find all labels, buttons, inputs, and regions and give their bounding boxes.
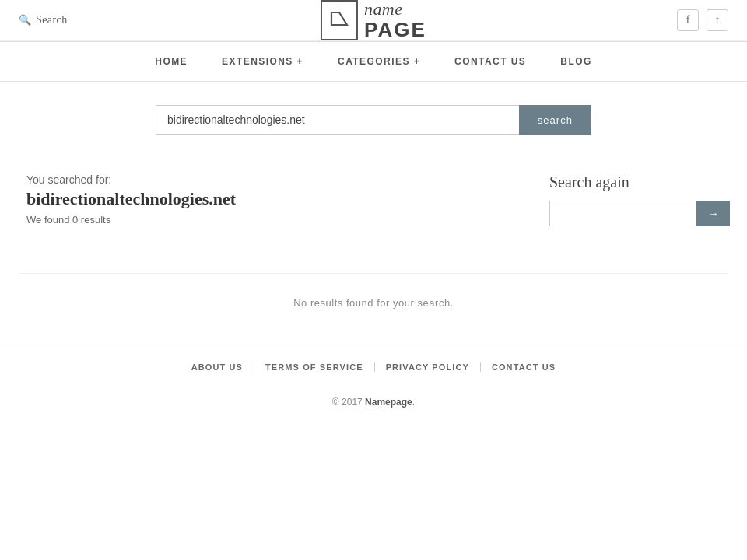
header-search-trigger[interactable]: 🔍 Search [19, 14, 68, 26]
logo-text: name PAGE [364, 0, 426, 40]
footer: ABOUT US TERMS OF SERVICE PRIVACY POLICY… [0, 348, 747, 423]
twitter-icon[interactable]: t [707, 9, 728, 31]
nav-list: HOME EXTENSIONS + CATEGORIES + CONTACT U… [0, 42, 747, 81]
copyright-suffix: . [412, 397, 415, 408]
nav-item-categories[interactable]: CATEGORIES + [321, 42, 437, 81]
no-results-section: No results found for your search. [19, 273, 728, 348]
nav-item-contact[interactable]: CONTACT US [437, 42, 543, 81]
results-count: We found 0 results [26, 214, 110, 226]
search-icon: 🔍 [19, 14, 31, 26]
search-again-form: → [549, 201, 721, 226]
search-bar: search [156, 105, 591, 135]
header-social: f t [677, 9, 728, 31]
search-section: search [0, 82, 747, 150]
logo-name-text: name [364, 0, 426, 19]
main-content: You searched for: bidirectionaltechnolog… [8, 166, 739, 257]
logo-page-text: PAGE [364, 19, 426, 41]
brand-link[interactable]: Namepage [365, 397, 412, 408]
search-again-input[interactable] [549, 201, 696, 226]
nav-item-blog[interactable]: BLOG [543, 42, 608, 81]
you-searched-label: You searched for: [26, 173, 549, 186]
nav-item-extensions[interactable]: EXTENSIONS + [205, 42, 321, 81]
header-search-label: Search [36, 14, 68, 26]
header: 🔍 Search name PAGE f t [0, 0, 747, 41]
logo-svg [328, 9, 350, 31]
search-input[interactable] [156, 105, 519, 135]
logo-icon [321, 0, 358, 40]
search-again-button[interactable]: → [696, 201, 730, 226]
copyright-prefix: © 2017 [332, 397, 365, 408]
footer-nav-privacy[interactable]: PRIVACY POLICY [375, 362, 481, 372]
logo[interactable]: name PAGE [321, 0, 426, 40]
search-button[interactable]: search [519, 105, 591, 135]
facebook-icon[interactable]: f [677, 9, 699, 31]
nav-item-home[interactable]: HOME [138, 42, 205, 81]
footer-nav-contact[interactable]: CONTACT US [481, 362, 566, 372]
logo-container: name PAGE [321, 0, 426, 40]
main-nav: HOME EXTENSIONS + CATEGORIES + CONTACT U… [0, 41, 747, 82]
search-results: You searched for: bidirectionaltechnolog… [26, 173, 549, 226]
footer-nav-terms[interactable]: TERMS OF SERVICE [254, 362, 375, 372]
search-again-title: Search again [549, 173, 721, 191]
search-again-panel: Search again → [549, 173, 721, 226]
footer-nav-about[interactable]: ABOUT US [181, 362, 254, 372]
no-results-text: No results found for your search. [19, 297, 728, 309]
footer-copyright: © 2017 Namepage. [0, 386, 747, 423]
searched-term: bidirectionaltechnologies.net [26, 189, 549, 209]
footer-nav: ABOUT US TERMS OF SERVICE PRIVACY POLICY… [0, 348, 747, 386]
